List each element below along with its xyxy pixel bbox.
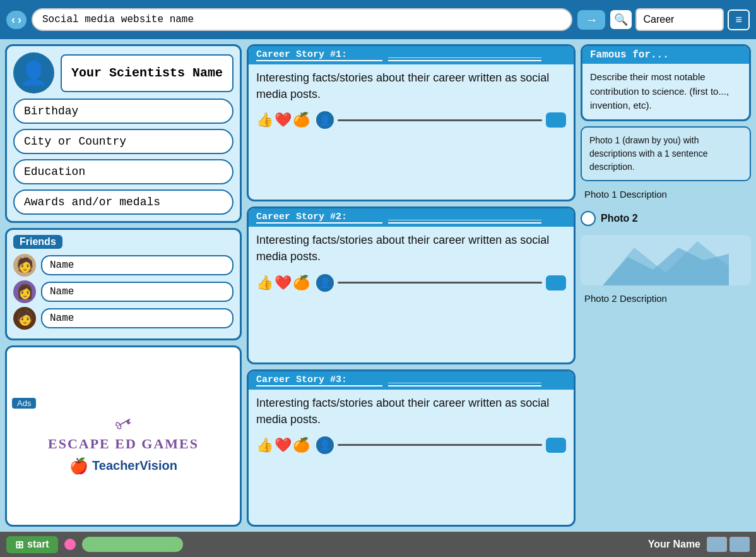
main-content: 👤 Your Scientists Name Birthday City or …: [0, 39, 756, 532]
profile-top: 👤 Your Scientists Name: [13, 52, 233, 93]
taskbar-input[interactable]: [82, 537, 183, 552]
start-label: start: [27, 539, 49, 550]
story-body-3[interactable]: Interesting facts/stories about their ca…: [249, 390, 574, 433]
ads-section: Ads 🗝 Escape Ed Games 🍎 TeacherVision: [5, 345, 242, 527]
comment-line-3: [338, 444, 542, 446]
friend-row-1: 🧑 Name: [13, 254, 233, 277]
friend-row-2: 👩 Name: [13, 280, 233, 303]
reactions-2[interactable]: 👍 ❤️ 🍊: [256, 275, 310, 291]
avatar-icon: 👤: [20, 60, 48, 87]
go-button[interactable]: →: [577, 10, 605, 30]
pink-dot: [64, 539, 76, 550]
comment-area-2: 👤: [316, 274, 566, 292]
search-icon: 🔍: [610, 10, 632, 29]
reactions-1[interactable]: 👍 ❤️ 🍊: [256, 112, 310, 128]
scientist-name[interactable]: Your Scientists Name: [61, 54, 233, 92]
your-name-label[interactable]: Your Name: [648, 539, 700, 550]
thumbs-up-icon-3[interactable]: 👍: [256, 437, 273, 453]
story-card-2: Career Story #2: _______________________…: [247, 207, 576, 364]
ads-label: Ads: [12, 398, 36, 409]
story-footer-2: 👍 ❤️ 🍊 👤: [249, 270, 574, 296]
right-panel: Famous for... Describe their most notabl…: [581, 44, 751, 527]
avatar: 👤: [13, 52, 54, 93]
friends-title: Friends: [13, 235, 62, 249]
bottom-boxes: [707, 537, 750, 552]
photo1-description[interactable]: Photo 1 Description: [581, 186, 751, 202]
search-input[interactable]: [635, 8, 724, 31]
bottom-bar: ⊞ start Your Name: [0, 532, 756, 557]
photo2-description[interactable]: Photo 2 Description: [581, 290, 751, 306]
photo2-area: Photo 2: [581, 207, 751, 230]
photo2-label: Photo 2: [601, 213, 638, 224]
heart-icon-2[interactable]: ❤️: [275, 275, 292, 291]
friends-section: Friends 🧑 Name 👩 Name 🧑 Name: [5, 228, 242, 340]
back-button[interactable]: ‹: [11, 13, 15, 27]
escape-ed-text: Escape Ed Games: [48, 436, 199, 452]
comment-avatar-1: 👤: [316, 111, 334, 129]
menu-button[interactable]: ≡: [728, 9, 750, 30]
comment-button-1[interactable]: [546, 112, 566, 128]
comment-area-1: 👤: [316, 111, 566, 129]
bottom-box-1: [707, 537, 727, 552]
city-field[interactable]: City or Country: [13, 129, 233, 154]
forward-button[interactable]: ›: [18, 13, 21, 27]
friend-row-3: 🧑 Name: [13, 307, 233, 330]
story-body-1[interactable]: Interesting facts/stories about their ca…: [249, 64, 574, 107]
teacher-vision-ad: 🍎 TeacherVision: [69, 457, 177, 475]
bottom-box-2: [729, 537, 750, 552]
key-icon: 🗝: [110, 409, 136, 436]
mountain-svg: [581, 235, 751, 285]
start-icon: ⊞: [15, 539, 23, 551]
photo1-section: Photo 1 (drawn by you) with descriptions…: [581, 126, 751, 181]
friend-avatar-1: 🧑: [13, 254, 36, 277]
story-header-2: Career Story #2: _______________________…: [249, 208, 574, 227]
comment-line-2: [338, 282, 542, 284]
comment-button-2[interactable]: [546, 275, 566, 290]
comment-button-3[interactable]: [546, 438, 566, 453]
friend-name-3[interactable]: Name: [41, 308, 233, 328]
friend-avatar-2: 👩: [13, 280, 36, 303]
friend-avatar-3: 🧑: [13, 307, 36, 330]
reactions-3[interactable]: 👍 ❤️ 🍊: [256, 437, 310, 453]
photo2-circle: [581, 211, 596, 226]
comment-line-1: [338, 119, 542, 121]
famous-body[interactable]: Describe their most notable contribution…: [582, 64, 749, 119]
birthday-field[interactable]: Birthday: [13, 99, 233, 124]
escape-ed-ad: 🗝 Escape Ed Games 🍎 TeacherVision: [48, 412, 199, 475]
heart-icon-1[interactable]: ❤️: [275, 112, 292, 128]
bottom-right: Your Name: [648, 537, 750, 552]
heart-icon-3[interactable]: ❤️: [275, 437, 292, 453]
education-field[interactable]: Education: [13, 159, 233, 184]
photo1-text: Photo 1 (drawn by you) with descriptions…: [589, 134, 742, 174]
comment-area-3: 👤: [316, 436, 566, 454]
story-header-3: Career Story #3: _______________________…: [249, 371, 574, 390]
search-area: 🔍 ≡: [610, 8, 750, 31]
orange-icon-2[interactable]: 🍊: [293, 275, 310, 291]
story-header-1: Career Story #1: _______________________…: [249, 46, 574, 64]
nav-buttons[interactable]: ‹ ›: [6, 11, 27, 29]
left-panel: 👤 Your Scientists Name Birthday City or …: [5, 44, 242, 527]
friend-name-1[interactable]: Name: [41, 255, 233, 275]
start-button[interactable]: ⊞ start: [6, 536, 58, 553]
tv-apple-icon: 🍎: [69, 457, 88, 475]
orange-icon-1[interactable]: 🍊: [293, 112, 310, 128]
thumbs-up-icon-1[interactable]: 👍: [256, 112, 273, 128]
famous-card: Famous for... Describe their most notabl…: [581, 44, 751, 121]
awards-field[interactable]: Awards and/or medals: [13, 189, 233, 215]
famous-header: Famous for...: [582, 46, 749, 64]
address-bar[interactable]: [32, 8, 572, 31]
profile-card: 👤 Your Scientists Name Birthday City or …: [5, 44, 242, 223]
story-footer-3: 👍 ❤️ 🍊 👤: [249, 433, 574, 458]
orange-icon-3[interactable]: 🍊: [293, 437, 310, 453]
story-footer-1: 👍 ❤️ 🍊 👤: [249, 107, 574, 133]
thumbs-up-icon-2[interactable]: 👍: [256, 275, 273, 291]
top-bar: ‹ › → 🔍 ≡: [0, 0, 756, 39]
comment-avatar-3: 👤: [316, 436, 334, 454]
tv-text: TeacherVision: [92, 458, 177, 473]
comment-avatar-2: 👤: [316, 274, 334, 292]
mountain-illustration: [581, 235, 751, 285]
story-body-2[interactable]: Interesting facts/stories about their ca…: [249, 227, 574, 270]
story-card-1: Career Story #1: _______________________…: [247, 44, 576, 201]
center-panel: Career Story #1: _______________________…: [247, 44, 576, 527]
friend-name-2[interactable]: Name: [41, 282, 233, 302]
